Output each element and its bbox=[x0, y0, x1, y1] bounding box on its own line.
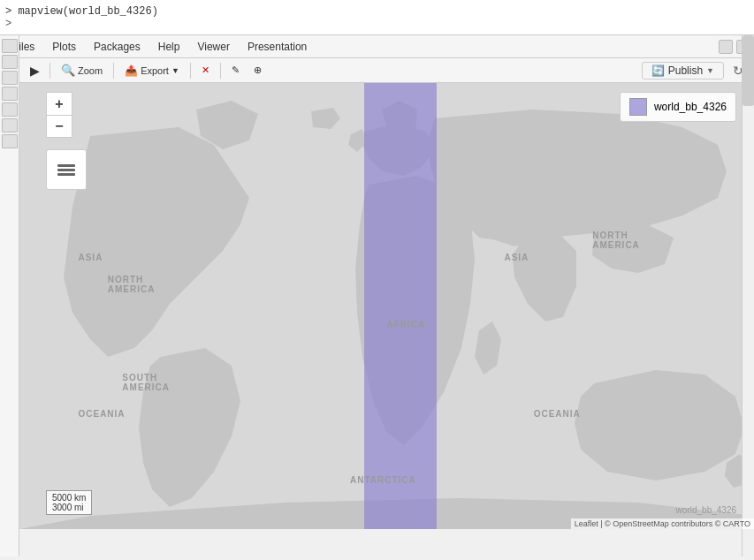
forward-button[interactable]: ▶ bbox=[26, 62, 44, 79]
left-btn-4[interactable] bbox=[2, 87, 18, 101]
menu-viewer[interactable]: Viewer bbox=[188, 38, 238, 56]
export-button[interactable]: 📤 Export ▼ bbox=[119, 63, 185, 79]
locate-button[interactable]: ⊕ bbox=[248, 63, 267, 78]
menu-presentation[interactable]: Presentation bbox=[239, 38, 316, 56]
layer-control[interactable] bbox=[46, 149, 87, 190]
separator-3 bbox=[190, 63, 191, 79]
publish-button[interactable]: 🔄 Publish ▼ bbox=[642, 62, 724, 79]
right-scrollbar[interactable] bbox=[742, 35, 754, 529]
layer-button[interactable] bbox=[46, 149, 87, 190]
layers-icon bbox=[57, 164, 75, 176]
zoom-controls: + − bbox=[46, 92, 72, 138]
scale-bar: 5000 km 3000 mi bbox=[46, 490, 92, 515]
world-map-svg bbox=[19, 83, 754, 529]
console-line-1: > mapview(world_bb_4326) bbox=[5, 5, 749, 18]
brush-button[interactable]: ✎ bbox=[226, 63, 245, 78]
left-btn-7[interactable] bbox=[2, 134, 18, 148]
scale-mi: 3000 mi bbox=[52, 503, 86, 512]
zoom-out-button[interactable]: − bbox=[46, 115, 72, 138]
attribution: Leaflet | © OpenStreetMap contributors ©… bbox=[571, 518, 754, 529]
menu-plots[interactable]: Plots bbox=[43, 38, 85, 56]
toolbar: ◀ ▶ 🔍 Zoom 📤 Export ▼ ✕ ✎ ⊕ 🔄 Publish ▼ … bbox=[0, 58, 754, 83]
left-btn-5[interactable] bbox=[2, 102, 18, 117]
legend-color-box bbox=[629, 98, 647, 116]
menu-help[interactable]: Help bbox=[149, 38, 189, 56]
menu-bar: Files Plots Packages Help Viewer Present… bbox=[0, 35, 754, 58]
left-btn-3[interactable] bbox=[2, 71, 18, 85]
legend-label: world_bb_4326 bbox=[654, 101, 727, 113]
scrollbar-thumb[interactable] bbox=[743, 35, 754, 106]
zoom-button[interactable]: 🔍 Zoom bbox=[56, 62, 108, 79]
minimize-btn[interactable] bbox=[719, 40, 733, 54]
scale-km: 5000 km bbox=[52, 493, 86, 503]
clear-button[interactable]: ✕ bbox=[196, 63, 215, 78]
separator-1 bbox=[50, 63, 50, 79]
zoom-in-button[interactable]: + bbox=[46, 92, 72, 115]
toolbar-right: 🔄 Publish ▼ ↻ bbox=[642, 62, 749, 79]
map-legend: world_bb_4326 bbox=[620, 92, 736, 122]
console-line-2[interactable]: > bbox=[5, 18, 749, 30]
console-area: > mapview(world_bb_4326) > bbox=[0, 0, 754, 35]
separator-4 bbox=[220, 63, 221, 79]
left-btn-6[interactable] bbox=[2, 118, 18, 132]
menu-packages[interactable]: Packages bbox=[85, 38, 149, 56]
left-panel bbox=[0, 35, 19, 529]
map-container[interactable]: NORTHAMERICA SOUTHAMERICA AFRICA OCEANIA… bbox=[19, 83, 754, 529]
watermark: world_bb_4326 bbox=[676, 505, 736, 515]
separator-2 bbox=[113, 63, 114, 79]
left-btn-1[interactable] bbox=[2, 39, 18, 53]
left-btn-2[interactable] bbox=[2, 55, 18, 69]
